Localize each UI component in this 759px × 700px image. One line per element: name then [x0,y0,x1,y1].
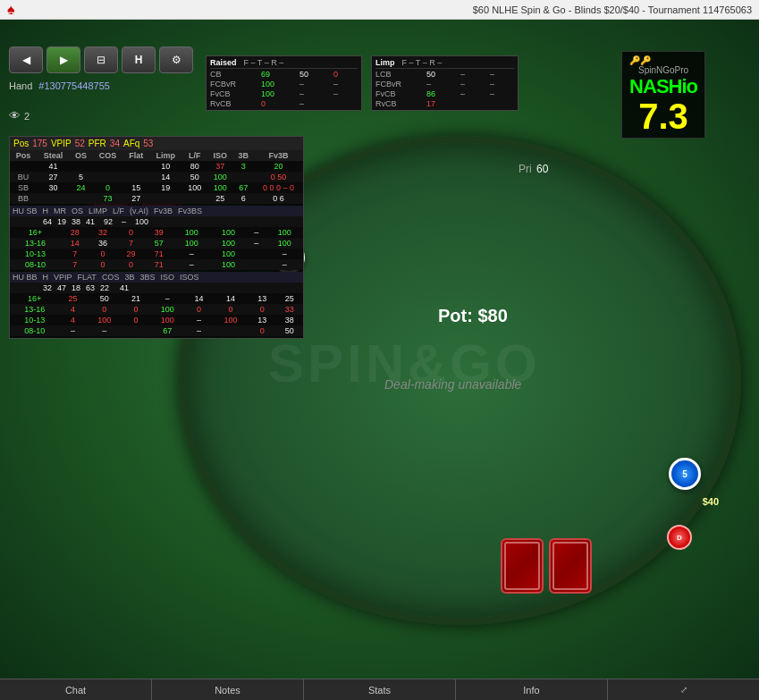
spinngopro-nash: NASHio [629,75,697,98]
pfr-val: 34 [110,139,120,148]
player-card-1 [501,538,544,594]
h-button[interactable]: H [122,46,156,73]
bottom-bar: Chat Notes Stats Info ⤢ [0,679,759,700]
settings-button[interactable]: ⚙ [159,46,193,73]
vpip-label: VPIP [51,139,72,148]
chip-right-symbol: 5 [682,469,687,479]
window-title: $60 NLHE Spin & Go - Blinds $20/$40 - To… [473,4,752,15]
spinngopro-brand: SpinNGoPro [629,65,697,75]
dealer-button: D [667,525,692,550]
stats-table-2: 16+ 2832 039 100100 –100 13-16 1436 757 … [10,227,303,270]
spinngopro-value: 7.3 [629,98,697,134]
raised-subtitle: F – T – R – [244,58,284,67]
expand-button[interactable]: ⤢ [608,679,759,700]
pos-val: 175 [32,139,47,148]
player-stats-header: Pos 175 VPIP 52 PFR 34 AFq 53 [10,137,303,150]
stats-panel: Pos 175 VPIP 52 PFR 34 AFq 53 Pos Steal … [9,136,304,339]
title-bar: ♠ $60 NLHE Spin & Go - Blinds $20/$40 - … [0,0,759,20]
tab-stats[interactable]: Stats [304,679,456,700]
raised-stats-box: Raised F – T – R – CB69500 FCBvR100–– Fv… [206,55,362,111]
pos-label: Pos [13,139,29,148]
tab-info[interactable]: Info [456,679,608,700]
play-button[interactable]: ▶ [46,46,80,73]
chip-right-amount: $40 [703,496,719,507]
limp-title: Limp [375,58,395,67]
tab-chat[interactable]: Chat [0,679,152,700]
chip-right: 5 [669,458,701,490]
prize-amount: 60 [536,163,548,175]
stats-table3-header: HU BB H VPIP FLAT COS 3B 3BS ISO ISOS [10,272,303,283]
pot-display: Pot: $80 [438,306,508,326]
player-card-2 [549,538,592,594]
player-hand [501,538,592,594]
pot-label: Pot: $80 [438,306,508,325]
table-area: SPIN&GO ◀ ▶ ⊟ H ⚙ Hand #130775448755 👁 2… [0,20,759,679]
afq-val: 53 [143,139,153,148]
back-button[interactable]: ◀ [9,46,43,73]
afq-label: AFq [123,139,139,148]
app-logo: ♠ [7,2,15,18]
prize-label: Pri [519,163,532,175]
observer: 👁 2 [9,109,30,122]
layout-button[interactable]: ⊟ [84,46,118,73]
hand-number: #130775448755 [38,80,110,91]
stats-table2-header: HU SB H MR OS LIMP L/F (v.AI) Fv3B Fv3BS [10,206,303,216]
vpip-val: 52 [75,139,85,148]
observer-count: 2 [24,111,30,122]
toolbar: ◀ ▶ ⊟ H ⚙ [9,46,193,73]
limp-subtitle: F – T – R – [402,58,443,67]
limp-stats-box: Limp F – T – R – LCB50–– FCBvR––– FvCB86… [371,55,519,111]
hand-label: Hand [9,80,32,91]
deal-making-text: Deal-making unavailable [384,377,521,392]
eye-icon: 👁 [9,109,21,122]
prize-display: Pri 60 [519,163,548,175]
stats-table-1: Pos Steal OS COS Flat Limp L/F ISO 3B Fv… [10,150,303,204]
raised-title: Raised [210,58,237,67]
hand-info: Hand #130775448755 [9,80,110,91]
spinngopro-overlay: 🔑🔑 SpinNGoPro NASHio 7.3 [621,51,705,139]
stats-table-3: 16+ 2550 21– 1414 1325 13-16 40 0100 00 … [10,293,303,336]
tab-notes[interactable]: Notes [152,679,304,700]
pfr-label: PFR [89,139,106,148]
